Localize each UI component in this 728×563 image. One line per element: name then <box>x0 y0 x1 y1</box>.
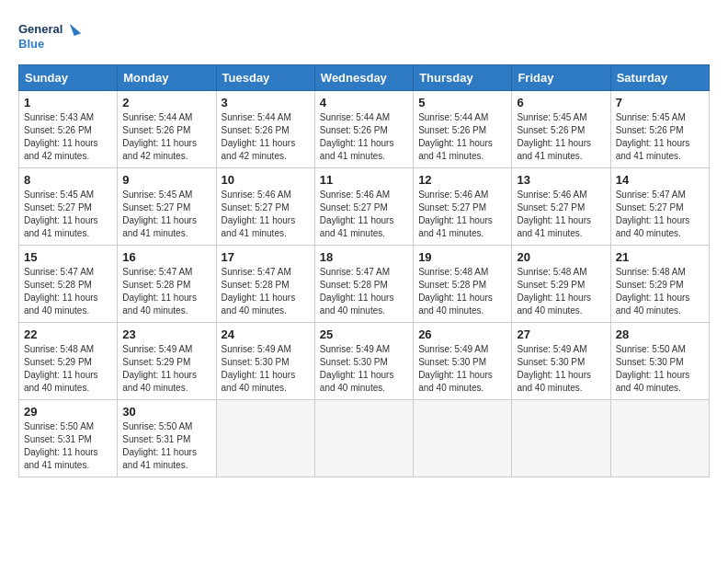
calendar-week-row: 22Sunrise: 5:48 AMSunset: 5:29 PMDayligh… <box>19 323 710 400</box>
calendar-day-cell <box>512 400 610 477</box>
weekday-header: Friday <box>512 65 610 91</box>
day-info: Sunrise: 5:45 AMSunset: 5:26 PMDaylight:… <box>517 111 605 163</box>
day-number: 19 <box>418 250 506 264</box>
svg-text:Blue: Blue <box>18 37 44 51</box>
weekday-header: Monday <box>118 65 216 91</box>
calendar-day-cell <box>414 400 512 477</box>
day-info: Sunrise: 5:50 AMSunset: 5:31 PMDaylight:… <box>24 420 112 472</box>
calendar-day-cell: 5Sunrise: 5:44 AMSunset: 5:26 PMDaylight… <box>414 91 512 168</box>
day-number: 13 <box>517 173 605 187</box>
day-number: 21 <box>616 250 704 264</box>
day-info: Sunrise: 5:50 AMSunset: 5:31 PMDaylight:… <box>122 420 210 472</box>
calendar-week-row: 8Sunrise: 5:45 AMSunset: 5:27 PMDaylight… <box>19 168 710 246</box>
day-number: 23 <box>122 327 210 341</box>
day-info: Sunrise: 5:47 AMSunset: 5:27 PMDaylight:… <box>616 189 704 240</box>
day-number: 10 <box>222 173 310 187</box>
calendar-day-cell: 25Sunrise: 5:49 AMSunset: 5:30 PMDayligh… <box>314 323 413 400</box>
day-info: Sunrise: 5:43 AMSunset: 5:26 PMDaylight:… <box>24 111 112 163</box>
day-info: Sunrise: 5:47 AMSunset: 5:28 PMDaylight:… <box>122 266 210 317</box>
day-number: 6 <box>517 96 605 109</box>
calendar-day-cell: 1Sunrise: 5:43 AMSunset: 5:26 PMDaylight… <box>19 91 118 168</box>
calendar-week-row: 1Sunrise: 5:43 AMSunset: 5:26 PMDaylight… <box>19 91 710 168</box>
day-info: Sunrise: 5:49 AMSunset: 5:30 PMDaylight:… <box>320 343 408 395</box>
day-number: 26 <box>418 327 506 341</box>
day-info: Sunrise: 5:46 AMSunset: 5:27 PMDaylight:… <box>418 189 506 240</box>
calendar-day-cell: 13Sunrise: 5:46 AMSunset: 5:27 PMDayligh… <box>512 168 610 246</box>
logo-svg: General Blue <box>18 18 83 55</box>
day-number: 25 <box>320 327 408 341</box>
calendar-day-cell: 27Sunrise: 5:49 AMSunset: 5:30 PMDayligh… <box>512 323 610 400</box>
day-number: 1 <box>24 96 112 109</box>
svg-marker-2 <box>70 21 81 36</box>
day-info: Sunrise: 5:47 AMSunset: 5:28 PMDaylight:… <box>222 266 310 317</box>
day-number: 28 <box>616 327 704 341</box>
day-number: 24 <box>222 327 310 341</box>
day-number: 22 <box>24 327 112 341</box>
calendar-day-cell: 4Sunrise: 5:44 AMSunset: 5:26 PMDaylight… <box>314 91 413 168</box>
day-info: Sunrise: 5:49 AMSunset: 5:29 PMDaylight:… <box>122 343 210 395</box>
weekday-header: Wednesday <box>314 65 413 91</box>
day-info: Sunrise: 5:45 AMSunset: 5:26 PMDaylight:… <box>616 111 704 163</box>
calendar-week-row: 15Sunrise: 5:47 AMSunset: 5:28 PMDayligh… <box>19 246 710 323</box>
day-number: 20 <box>517 250 605 264</box>
day-info: Sunrise: 5:48 AMSunset: 5:29 PMDaylight:… <box>616 266 704 317</box>
day-info: Sunrise: 5:46 AMSunset: 5:27 PMDaylight:… <box>320 189 408 240</box>
day-number: 15 <box>24 250 112 264</box>
day-number: 2 <box>122 96 210 109</box>
calendar-week-row: 29Sunrise: 5:50 AMSunset: 5:31 PMDayligh… <box>19 400 710 477</box>
calendar-day-cell: 19Sunrise: 5:48 AMSunset: 5:28 PMDayligh… <box>414 246 512 323</box>
calendar-table: SundayMondayTuesdayWednesdayThursdayFrid… <box>18 64 710 477</box>
day-number: 8 <box>24 173 112 187</box>
day-number: 18 <box>320 250 408 264</box>
day-number: 16 <box>122 250 210 264</box>
calendar-day-cell: 26Sunrise: 5:49 AMSunset: 5:30 PMDayligh… <box>414 323 512 400</box>
page-header: General Blue <box>18 18 710 55</box>
day-number: 17 <box>222 250 310 264</box>
calendar-day-cell <box>610 400 709 477</box>
calendar-day-cell: 24Sunrise: 5:49 AMSunset: 5:30 PMDayligh… <box>216 323 314 400</box>
day-info: Sunrise: 5:48 AMSunset: 5:28 PMDaylight:… <box>418 266 506 317</box>
day-number: 12 <box>418 173 506 187</box>
day-number: 4 <box>320 96 408 109</box>
calendar-header-row: SundayMondayTuesdayWednesdayThursdayFrid… <box>19 65 710 91</box>
day-info: Sunrise: 5:48 AMSunset: 5:29 PMDaylight:… <box>24 343 112 395</box>
weekday-header: Saturday <box>610 65 709 91</box>
day-info: Sunrise: 5:50 AMSunset: 5:30 PMDaylight:… <box>616 343 704 395</box>
day-number: 30 <box>122 405 210 419</box>
day-info: Sunrise: 5:47 AMSunset: 5:28 PMDaylight:… <box>24 266 112 317</box>
calendar-day-cell: 20Sunrise: 5:48 AMSunset: 5:29 PMDayligh… <box>512 246 610 323</box>
calendar-day-cell: 23Sunrise: 5:49 AMSunset: 5:29 PMDayligh… <box>118 323 216 400</box>
logo: General Blue <box>18 18 83 55</box>
calendar-day-cell: 30Sunrise: 5:50 AMSunset: 5:31 PMDayligh… <box>118 400 216 477</box>
weekday-header: Thursday <box>414 65 512 91</box>
calendar-day-cell: 2Sunrise: 5:44 AMSunset: 5:26 PMDaylight… <box>118 91 216 168</box>
day-info: Sunrise: 5:44 AMSunset: 5:26 PMDaylight:… <box>122 111 210 163</box>
calendar-day-cell: 7Sunrise: 5:45 AMSunset: 5:26 PMDaylight… <box>610 91 709 168</box>
calendar-day-cell: 8Sunrise: 5:45 AMSunset: 5:27 PMDaylight… <box>19 168 118 246</box>
calendar-day-cell <box>314 400 413 477</box>
calendar-day-cell: 11Sunrise: 5:46 AMSunset: 5:27 PMDayligh… <box>314 168 413 246</box>
day-number: 29 <box>24 405 112 419</box>
day-number: 3 <box>222 96 310 109</box>
day-info: Sunrise: 5:45 AMSunset: 5:27 PMDaylight:… <box>24 189 112 240</box>
calendar-day-cell: 28Sunrise: 5:50 AMSunset: 5:30 PMDayligh… <box>610 323 709 400</box>
calendar-day-cell: 16Sunrise: 5:47 AMSunset: 5:28 PMDayligh… <box>118 246 216 323</box>
calendar-day-cell: 22Sunrise: 5:48 AMSunset: 5:29 PMDayligh… <box>19 323 118 400</box>
day-number: 9 <box>122 173 210 187</box>
day-info: Sunrise: 5:44 AMSunset: 5:26 PMDaylight:… <box>418 111 506 163</box>
calendar-day-cell: 12Sunrise: 5:46 AMSunset: 5:27 PMDayligh… <box>414 168 512 246</box>
calendar-day-cell: 17Sunrise: 5:47 AMSunset: 5:28 PMDayligh… <box>216 246 314 323</box>
calendar-day-cell: 3Sunrise: 5:44 AMSunset: 5:26 PMDaylight… <box>216 91 314 168</box>
calendar-day-cell: 6Sunrise: 5:45 AMSunset: 5:26 PMDaylight… <box>512 91 610 168</box>
calendar-day-cell: 14Sunrise: 5:47 AMSunset: 5:27 PMDayligh… <box>610 168 709 246</box>
calendar-day-cell: 9Sunrise: 5:45 AMSunset: 5:27 PMDaylight… <box>118 168 216 246</box>
day-number: 11 <box>320 173 408 187</box>
day-info: Sunrise: 5:49 AMSunset: 5:30 PMDaylight:… <box>222 343 310 395</box>
calendar-day-cell: 15Sunrise: 5:47 AMSunset: 5:28 PMDayligh… <box>19 246 118 323</box>
day-number: 14 <box>616 173 704 187</box>
svg-text:General: General <box>18 22 63 36</box>
calendar-day-cell: 10Sunrise: 5:46 AMSunset: 5:27 PMDayligh… <box>216 168 314 246</box>
day-number: 5 <box>418 96 506 109</box>
day-info: Sunrise: 5:48 AMSunset: 5:29 PMDaylight:… <box>517 266 605 317</box>
day-info: Sunrise: 5:46 AMSunset: 5:27 PMDaylight:… <box>517 189 605 240</box>
